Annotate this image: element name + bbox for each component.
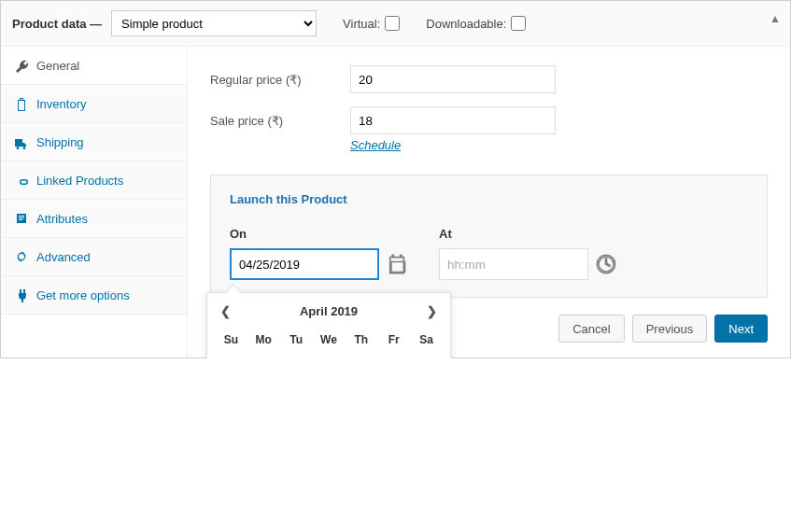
virtual-checkbox[interactable] <box>385 16 400 31</box>
launch-time-input[interactable] <box>439 248 588 280</box>
datepicker-prev[interactable]: ❮ <box>220 304 231 318</box>
datepicker-day[interactable]: 5 <box>377 352 410 358</box>
datepicker-dow: Sa <box>410 328 443 352</box>
downloadable-label: Downloadable: <box>426 17 506 31</box>
product-data-panel: Product data — Simple product Virtual: D… <box>0 0 791 358</box>
tab-attributes[interactable]: Attributes <box>1 200 187 238</box>
virtual-label: Virtual: <box>343 17 380 31</box>
datepicker-dow: Tu <box>280 328 313 352</box>
tab-shipping[interactable]: Shipping <box>1 123 187 161</box>
collapse-icon[interactable]: ▲ <box>770 12 781 25</box>
gear-icon <box>14 249 29 264</box>
downloadable-checkbox-group: Downloadable: <box>426 16 526 31</box>
datepicker-dow: Mo <box>247 328 280 352</box>
clock-icon[interactable] <box>596 254 616 274</box>
datepicker-day[interactable]: 3 <box>313 352 346 358</box>
datepicker-day[interactable]: 4 <box>345 352 377 358</box>
datepicker-grid: SuMoTuWeThFrSa31123456789101112131415161… <box>215 328 443 358</box>
next-button[interactable]: Next <box>714 315 768 343</box>
clipboard-icon <box>14 96 29 111</box>
datepicker-day[interactable]: 1 <box>247 352 280 358</box>
tab-label: Shipping <box>36 135 84 149</box>
datepicker-dow: We <box>313 328 346 352</box>
datepicker-day[interactable]: 31 <box>215 352 247 358</box>
tab-label: Linked Products <box>36 174 123 188</box>
tab-label: Advanced <box>36 250 91 264</box>
tab-linked-products[interactable]: Linked Products <box>1 161 187 200</box>
regular-price-input[interactable] <box>350 65 556 93</box>
truck-icon <box>14 134 29 149</box>
calendar-icon[interactable] <box>387 254 407 274</box>
downloadable-checkbox[interactable] <box>511 16 526 31</box>
datepicker-day[interactable]: 2 <box>280 352 313 358</box>
launch-box: Launch this Product On At <box>210 175 768 298</box>
launch-at-label: At <box>439 227 616 241</box>
previous-button[interactable]: Previous <box>632 315 708 343</box>
link-icon <box>14 173 29 188</box>
tab-advanced[interactable]: Advanced <box>1 238 187 276</box>
datepicker-dow: Fr <box>377 328 410 352</box>
note-icon <box>14 211 29 226</box>
plugin-icon <box>14 287 29 302</box>
tab-label: General <box>36 59 79 73</box>
datepicker-next[interactable]: ❯ <box>427 304 437 318</box>
sale-price-input[interactable] <box>350 106 556 134</box>
launch-date-input[interactable] <box>230 248 379 280</box>
datepicker-dow: Su <box>215 328 247 352</box>
product-type-select[interactable]: Simple product <box>111 10 317 36</box>
tab-label: Inventory <box>36 97 86 111</box>
cancel-button[interactable]: Cancel <box>558 315 624 343</box>
launch-title: Launch this Product <box>230 192 748 206</box>
panel-header: Product data — Simple product Virtual: D… <box>1 1 790 47</box>
datepicker-day[interactable]: 6 <box>410 352 443 358</box>
launch-on-label: On <box>230 227 407 241</box>
datepicker-dow: Th <box>345 328 377 352</box>
sale-price-label: Sale price (₹) <box>210 114 350 128</box>
panel-title: Product data — <box>12 17 102 31</box>
datepicker-month[interactable]: April 2019 <box>300 304 358 318</box>
tab-inventory[interactable]: Inventory <box>1 85 187 123</box>
tab-label: Attributes <box>36 212 88 226</box>
datepicker-popup: ❮ April 2019 ❯ SuMoTuWeThFrSa31123456789… <box>206 292 451 358</box>
virtual-checkbox-group: Virtual: <box>343 16 400 31</box>
tab-label: Get more options <box>36 288 130 302</box>
regular-price-label: Regular price (₹) <box>210 73 350 87</box>
wrench-icon <box>14 58 29 73</box>
tab-general[interactable]: General <box>1 47 187 85</box>
tabs-nav: GeneralInventoryShippingLinked ProductsA… <box>1 47 188 357</box>
schedule-link[interactable]: Schedule <box>350 138 401 152</box>
tab-get-more-options[interactable]: Get more options <box>1 276 187 315</box>
